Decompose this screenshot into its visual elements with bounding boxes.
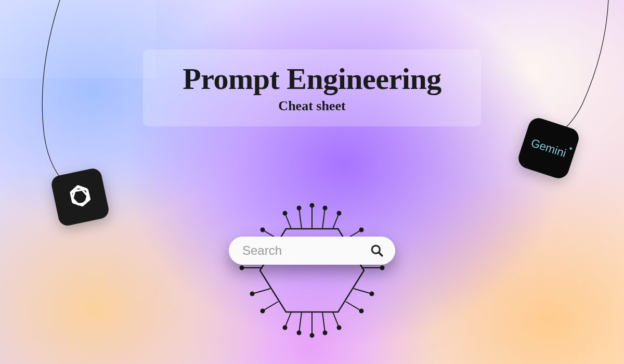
title-panel: Prompt Engineering Cheat sheet — [143, 49, 481, 126]
svg-line-27 — [299, 312, 302, 333]
svg-point-18 — [370, 292, 374, 296]
page-title: Prompt Engineering — [164, 64, 460, 94]
search-icon[interactable] — [370, 244, 384, 257]
svg-point-2 — [283, 212, 287, 215]
svg-point-6 — [310, 204, 314, 207]
openai-logo-icon — [61, 178, 99, 216]
svg-rect-0 — [0, 0, 156, 78]
svg-line-21 — [333, 312, 339, 328]
svg-line-33 — [252, 289, 270, 294]
svg-line-9 — [333, 213, 339, 229]
svg-line-23 — [322, 312, 325, 333]
page-subtitle: Cheat sheet — [164, 98, 460, 114]
svg-point-28 — [297, 331, 301, 335]
svg-line-17 — [354, 289, 372, 294]
circuit-hexagon-icon — [229, 192, 395, 348]
svg-point-24 — [323, 331, 327, 335]
svg-point-36 — [240, 266, 244, 270]
svg-line-31 — [263, 302, 278, 311]
svg-point-12 — [360, 228, 363, 232]
hero-canvas: Prompt Engineering Cheat sheet Gemini✦ — [0, 0, 624, 364]
noise-texture — [0, 0, 156, 78]
svg-point-22 — [337, 326, 341, 330]
svg-point-34 — [251, 292, 254, 296]
svg-point-30 — [283, 326, 287, 330]
svg-point-32 — [261, 309, 265, 313]
openai-badge — [50, 167, 110, 227]
search-placeholder: Search — [242, 243, 370, 258]
sparkle-icon: ✦ — [567, 145, 574, 152]
svg-line-3 — [299, 208, 302, 229]
svg-point-26 — [310, 334, 314, 337]
gemini-badge: Gemini✦ — [516, 115, 581, 181]
search-bar[interactable]: Search — [229, 237, 395, 265]
svg-point-40 — [261, 228, 265, 232]
svg-line-29 — [285, 312, 291, 328]
svg-point-10 — [337, 212, 341, 215]
svg-point-8 — [323, 206, 327, 210]
gemini-label: Gemini✦ — [529, 136, 568, 160]
svg-point-4 — [297, 206, 301, 210]
svg-line-7 — [322, 208, 325, 229]
svg-point-16 — [381, 266, 384, 270]
svg-line-19 — [346, 302, 361, 311]
svg-point-20 — [360, 309, 363, 313]
svg-line-1 — [285, 213, 291, 229]
svg-line-42 — [379, 253, 382, 256]
